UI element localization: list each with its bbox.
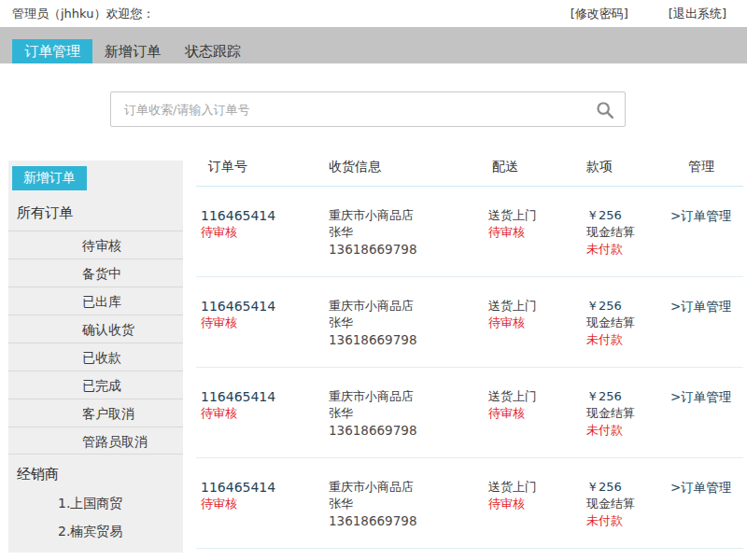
table-row: 116465414 待审核 重庆市小商品店 张华 13618669798 送货上… (196, 187, 743, 277)
shipping-info-cell: 重庆市小商品店 张华 13618669798 (324, 479, 484, 548)
header-payment: 款项 (579, 159, 663, 186)
delivery-method: 送货上门 (488, 388, 579, 405)
dealers-heading: 经销商 (17, 466, 183, 483)
order-number-cell: 116465414 待审核 (196, 479, 324, 548)
tab-new-order[interactable]: 新增订单 (92, 39, 173, 63)
dealer-item-2[interactable]: 2.楠宾贸易 (8, 517, 183, 545)
shop-name: 重庆市小商品店 (329, 388, 484, 405)
delivery-cell: 送货上门 待审核 (484, 479, 579, 548)
contact-name: 张华 (329, 405, 484, 422)
tab-status-tracking[interactable]: 状态跟踪 (173, 39, 253, 63)
phone-number: 13618669798 (329, 512, 484, 529)
payment-method: 现金结算 (586, 315, 663, 331)
status-item-preparing[interactable]: 备货中 (8, 259, 183, 287)
table-row: 116465414 待审核 重庆市小商品店 张华 13618669798 送货上… (196, 368, 743, 458)
payment-status-badge: 未付款 (586, 241, 663, 258)
manage-order-link[interactable]: >订单管理 (670, 208, 731, 223)
payment-method: 现金结算 (586, 405, 663, 422)
phone-number: 13618669798 (329, 331, 484, 348)
order-number-cell: 116465414 待审核 (196, 207, 324, 276)
table-header-row: 订单号 收货信息 配送 款项 管理 (196, 159, 743, 187)
status-item-shipped[interactable]: 已出库 (8, 287, 183, 315)
order-status-list: 待审核 备货中 已出库 确认收货 已收款 已完成 客户取消 管路员取消 (8, 231, 183, 455)
order-number: 116465414 (201, 298, 324, 315)
status-item-paid[interactable]: 已收款 (8, 343, 183, 371)
payment-method: 现金结算 (586, 224, 663, 241)
delivery-cell: 送货上门 待审核 (484, 388, 579, 457)
order-amount: ￥256 (586, 388, 663, 405)
order-number: 116465414 (201, 207, 324, 224)
order-number: 116465414 (201, 479, 324, 496)
sidebar: 新增订单 所有订单 待审核 备货中 已出库 确认收货 已收款 已完成 客户取消 … (8, 161, 183, 553)
top-bar: 管理员（jhhku）欢迎您： [修改密码] [退出系统] (0, 0, 747, 27)
contact-name: 张华 (329, 496, 484, 512)
payment-cell: ￥256 现金结算 未付款 (579, 298, 663, 367)
tab-order-management[interactable]: 订单管理 (12, 39, 92, 63)
delivery-status-badge: 待审核 (488, 315, 579, 331)
header-shipping-info: 收货信息 (324, 159, 484, 186)
shop-name: 重庆市小商品店 (329, 479, 484, 496)
delivery-status-badge: 待审核 (488, 405, 579, 422)
search-box (110, 91, 626, 127)
manage-order-link[interactable]: >订单管理 (670, 389, 731, 404)
header-delivery: 配送 (484, 159, 579, 186)
phone-number: 13618669798 (329, 241, 484, 258)
logout-link[interactable]: [退出系统] (669, 6, 726, 22)
phone-number: 13618669798 (329, 422, 484, 439)
shop-name: 重庆市小商品店 (329, 207, 484, 224)
orders-table: 订单号 收货信息 配送 款项 管理 116465414 待审核 重庆市小商品店 … (196, 159, 743, 549)
status-item-completed[interactable]: 已完成 (8, 371, 183, 399)
delivery-method: 送货上门 (488, 298, 579, 315)
payment-method: 现金结算 (586, 496, 663, 512)
order-number-cell: 116465414 待审核 (196, 298, 324, 367)
order-amount: ￥256 (586, 207, 663, 224)
delivery-status-badge: 待审核 (488, 496, 579, 512)
table-row: 116465414 待审核 重庆市小商品店 张华 13618669798 送货上… (196, 277, 743, 368)
shipping-info-cell: 重庆市小商品店 张华 13618669798 (324, 388, 484, 457)
table-body: 116465414 待审核 重庆市小商品店 张华 13618669798 送货上… (196, 187, 743, 549)
delivery-method: 送货上门 (488, 479, 579, 496)
dealer-list: 1.上国商贸 2.楠宾贸易 (8, 489, 183, 545)
manage-order-link[interactable]: >订单管理 (670, 480, 731, 495)
new-order-button[interactable]: 新增订单 (12, 166, 87, 190)
order-status-badge: 待审核 (201, 496, 324, 512)
manage-cell: >订单管理 (663, 388, 743, 457)
manage-cell: >订单管理 (663, 207, 743, 276)
delivery-cell: 送货上门 待审核 (484, 298, 579, 367)
shop-name: 重庆市小商品店 (329, 298, 484, 315)
payment-cell: ￥256 现金结算 未付款 (579, 388, 663, 457)
tab-bar: 订单管理 新增订单 状态跟踪 (0, 27, 747, 63)
shipping-info-cell: 重庆市小商品店 张华 13618669798 (324, 298, 484, 367)
status-item-pending-review[interactable]: 待审核 (8, 231, 183, 259)
delivery-cell: 送货上门 待审核 (484, 207, 579, 276)
header-order-number: 订单号 (196, 159, 324, 186)
contact-name: 张华 (329, 224, 484, 241)
payment-status-badge: 未付款 (586, 331, 663, 348)
search-input[interactable] (111, 92, 625, 126)
delivery-status-badge: 待审核 (488, 224, 579, 241)
order-status-badge: 待审核 (201, 224, 324, 241)
search-icon[interactable] (595, 100, 615, 120)
all-orders-filter[interactable]: 所有订单 (17, 204, 183, 222)
contact-name: 张华 (329, 315, 484, 331)
header-manage: 管理 (663, 159, 743, 186)
order-status-badge: 待审核 (201, 405, 324, 422)
order-amount: ￥256 (586, 479, 663, 496)
payment-status-badge: 未付款 (586, 512, 663, 529)
order-amount: ￥256 (586, 298, 663, 315)
status-item-confirm-receipt[interactable]: 确认收货 (8, 315, 183, 343)
table-row: 116465414 待审核 重庆市小商品店 张华 13618669798 送货上… (196, 458, 743, 549)
manage-cell: >订单管理 (663, 479, 743, 548)
change-password-link[interactable]: [修改密码] (571, 6, 628, 22)
status-item-customer-cancelled[interactable]: 客户取消 (8, 399, 183, 427)
shipping-info-cell: 重庆市小商品店 张华 13618669798 (324, 207, 484, 276)
manage-order-link[interactable]: >订单管理 (670, 299, 731, 314)
status-item-admin-cancelled[interactable]: 管路员取消 (8, 427, 183, 455)
payment-cell: ￥256 现金结算 未付款 (579, 479, 663, 548)
order-status-badge: 待审核 (201, 315, 324, 331)
dealer-item-1[interactable]: 1.上国商贸 (8, 489, 183, 517)
payment-cell: ￥256 现金结算 未付款 (579, 207, 663, 276)
order-number: 116465414 (201, 388, 324, 405)
delivery-method: 送货上门 (488, 207, 579, 224)
payment-status-badge: 未付款 (586, 422, 663, 439)
